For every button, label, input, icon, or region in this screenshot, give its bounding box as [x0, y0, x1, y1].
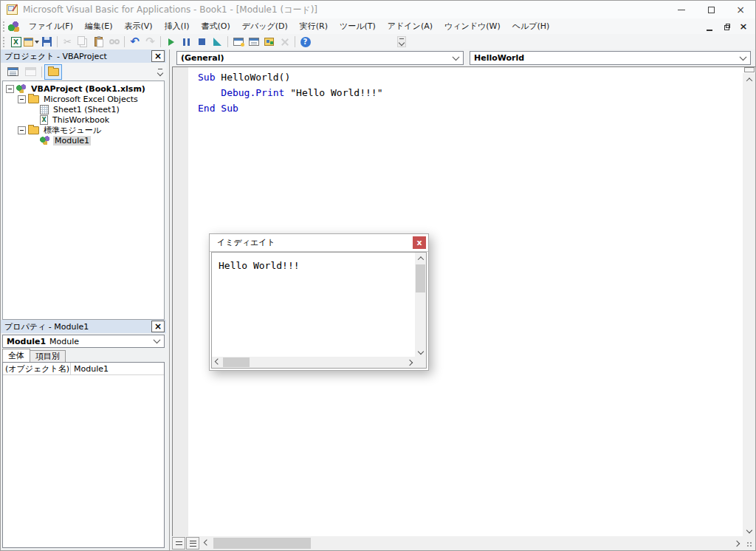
- menu-item-tools[interactable]: ツール(T): [334, 18, 382, 34]
- horizontal-scroll-thumb[interactable]: [213, 538, 311, 549]
- reset-icon: [199, 38, 205, 45]
- procedure-view-icon: [176, 541, 182, 545]
- properties-panel-close-button[interactable]: ×: [151, 321, 165, 332]
- menu-item-window[interactable]: ウィンドウ(W): [439, 18, 506, 34]
- menu-item-help[interactable]: ヘルプ(H): [506, 18, 556, 34]
- menu-item-view[interactable]: 表示(V): [119, 18, 159, 34]
- scroll-right-button[interactable]: [404, 357, 415, 368]
- menu-item-insert[interactable]: 挿入(I): [159, 18, 196, 34]
- paste-button[interactable]: [91, 35, 106, 49]
- tree-item-1[interactable]: Microsoft Excel Objects: [3, 94, 164, 104]
- mdi-minimize-button[interactable]: [705, 22, 714, 31]
- chevron-down-icon: [453, 53, 460, 61]
- full-module-view-button[interactable]: [186, 537, 199, 550]
- insert-userform-button[interactable]: [24, 35, 39, 49]
- run-button[interactable]: [163, 35, 179, 49]
- scroll-down-button[interactable]: [743, 524, 755, 536]
- break-button[interactable]: [179, 35, 194, 49]
- tree-item-label: Module1: [53, 136, 91, 146]
- properties-window-button[interactable]: [246, 35, 261, 49]
- maximize-button[interactable]: [696, 1, 726, 18]
- break-icon: [183, 38, 190, 46]
- object-browser-button[interactable]: [261, 35, 277, 49]
- view-excel-button[interactable]: [8, 35, 24, 49]
- horizontal-scroll-thumb[interactable]: [223, 357, 250, 367]
- immediate-close-button[interactable]: x: [413, 236, 426, 249]
- menu-item-file[interactable]: ファイル(F): [23, 18, 79, 34]
- mdi-restore-icon: [724, 25, 729, 30]
- menu-item-addins[interactable]: アドイン(A): [382, 18, 439, 34]
- toggle-folders-button[interactable]: [44, 64, 62, 80]
- project-toolbar-overflow-button[interactable]: [156, 66, 164, 78]
- menu-item-debug[interactable]: デバッグ(D): [236, 18, 294, 34]
- properties-tab-1[interactable]: 全体: [2, 349, 30, 362]
- scroll-down-button[interactable]: [415, 346, 426, 357]
- expander-icon[interactable]: [18, 95, 26, 103]
- object-dropdown[interactable]: (General): [176, 51, 464, 65]
- tree-item-0[interactable]: VBAProject (Book1.xlsm): [3, 83, 164, 94]
- immediate-horizontal-scrollbar[interactable]: [212, 357, 415, 368]
- scroll-right-button[interactable]: [730, 537, 743, 550]
- toolbar-separator: [124, 36, 125, 47]
- tree-item-label: Sheet1 (Sheet1): [52, 105, 121, 114]
- chevron-right-icon: [406, 359, 412, 365]
- menubar-grip[interactable]: [3, 21, 4, 32]
- immediate-title: イミディエイト: [217, 237, 275, 248]
- save-icon: [42, 37, 52, 47]
- view-object-icon: [25, 67, 36, 76]
- split-handle[interactable]: [744, 67, 755, 72]
- procedure-dropdown[interactable]: HelloWorld: [470, 51, 751, 65]
- menu-item-edit[interactable]: 編集(E): [79, 18, 119, 34]
- main-toolbar: [1, 34, 755, 50]
- properties-object-selector[interactable]: Module1 Module: [2, 335, 165, 348]
- expander-icon[interactable]: [18, 126, 26, 134]
- view-excel-icon: [11, 37, 21, 47]
- close-button[interactable]: ×: [726, 1, 755, 18]
- project-panel-header: プロジェクト - VBAProject ×: [1, 49, 166, 63]
- property-value[interactable]: Module1: [71, 363, 109, 374]
- tree-item-2[interactable]: Sheet1 (Sheet1): [3, 104, 164, 114]
- save-button[interactable]: [39, 35, 55, 49]
- help-button[interactable]: [298, 35, 313, 49]
- menu-item-format[interactable]: 書式(O): [195, 18, 236, 34]
- mdi-restore-button[interactable]: [722, 22, 731, 31]
- code-vertical-scrollbar[interactable]: [743, 73, 755, 536]
- find-icon: [109, 39, 120, 45]
- property-name: (オブジェクト名): [3, 363, 71, 374]
- tree-item-4[interactable]: 標準モジュール: [3, 125, 164, 135]
- immediate-vertical-scrollbar[interactable]: [415, 253, 426, 357]
- menu-item-run[interactable]: 実行(R): [294, 18, 334, 34]
- properties-tab-2[interactable]: 項目別: [30, 350, 66, 362]
- properties-panel-header: プロパティ - Module1 ×: [1, 320, 166, 333]
- project-explorer-button[interactable]: [230, 35, 246, 49]
- scroll-left-button[interactable]: [200, 537, 213, 550]
- project-panel-close-button[interactable]: ×: [151, 50, 165, 62]
- reset-button[interactable]: [194, 35, 210, 49]
- resize-grip[interactable]: [743, 536, 755, 550]
- toolbar-grip[interactable]: [3, 37, 4, 47]
- vbe-app-icon: [7, 4, 18, 15]
- tree-item-3[interactable]: ThisWorkbook: [3, 114, 164, 125]
- chevron-down-icon: [746, 527, 752, 533]
- view-code-button[interactable]: [4, 64, 21, 80]
- tree-item-5[interactable]: Module1: [3, 135, 164, 146]
- expander-icon[interactable]: [6, 85, 14, 93]
- toolbar-overflow-button[interactable]: [397, 36, 406, 47]
- toolbar-separator: [57, 36, 58, 47]
- module-icon: [40, 136, 50, 145]
- mdi-close-button[interactable]: ×: [739, 22, 748, 31]
- object-browser-icon: [264, 38, 274, 46]
- scroll-up-button[interactable]: [415, 253, 426, 264]
- immediate-lines[interactable]: Hello World!!!: [212, 253, 415, 357]
- immediate-titlebar[interactable]: イミディエイト x: [210, 234, 428, 252]
- undo-button[interactable]: [127, 35, 142, 49]
- design-mode-button[interactable]: [210, 35, 225, 49]
- immediate-content[interactable]: Hello World!!!: [211, 252, 427, 369]
- scroll-up-button[interactable]: [743, 73, 755, 86]
- vertical-scroll-thumb[interactable]: [416, 264, 425, 292]
- selected-object-name: Module1: [7, 337, 46, 346]
- minimize-button[interactable]: [667, 1, 696, 18]
- procedure-view-button[interactable]: [172, 537, 185, 550]
- project-explorer-icon: [233, 38, 244, 46]
- scroll-left-button[interactable]: [212, 357, 223, 368]
